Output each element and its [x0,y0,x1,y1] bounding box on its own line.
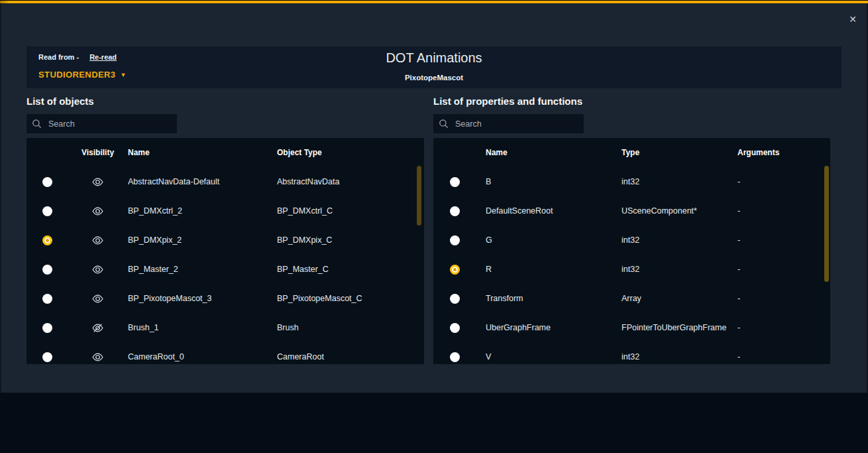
visibility-on-icon [92,178,103,186]
table-row[interactable]: BP_DMXctrl_2 BP_DMXctrl_C [27,196,424,226]
properties-search-input[interactable] [455,119,578,129]
visibility-on-icon [92,207,103,216]
table-row[interactable]: UberGraphFrame FPointerToUberGraphFrame … [433,313,830,342]
property-radio[interactable] [450,265,460,275]
property-name: UberGraphFrame [476,323,612,332]
property-name: DefaultSceneRoot [476,206,612,216]
object-name: CameraRoot_0 [128,352,277,361]
property-name: G [476,235,612,245]
object-radio[interactable] [42,352,52,362]
objects-scrollbar-thumb[interactable] [417,166,421,226]
objects-search-input[interactable] [48,119,172,129]
object-type: Brush [277,323,424,332]
table-row[interactable]: BP_DMXpix_2 BP_DMXpix_C [27,226,424,255]
header-band: Read from -Re-read STUDIORENDER3▼ DOT An… [27,46,841,88]
visibility-on-icon [92,236,103,245]
column-header-name: Name [128,148,277,157]
property-name: Transform [476,294,612,303]
property-arguments: - [728,352,830,361]
object-name: Brush_1 [128,323,277,332]
visibility-on-icon [92,265,103,274]
objects-search-box[interactable] [27,114,177,133]
property-radio[interactable] [450,206,460,216]
properties-scrollbar-thumb[interactable] [824,166,829,282]
object-type: BP_DMXctrl_C [277,206,424,216]
table-row[interactable]: AbstractNavData-Default AbstractNavData [27,167,424,196]
table-row[interactable]: Brush_1 Brush [27,313,424,342]
properties-search-box[interactable] [433,114,584,133]
property-type: int32 [612,265,728,274]
property-arguments: - [728,206,830,216]
object-radio[interactable] [42,323,52,333]
object-name: BP_DMXctrl_2 [128,206,277,216]
object-radio[interactable] [42,177,52,187]
object-name: AbstractNavData-Default [128,177,277,186]
table-row[interactable]: BP_Master_2 BP_Master_C [27,255,424,284]
property-type: FPointerToUberGraphFrame [612,323,728,332]
object-type: BP_DMXpix_C [277,235,424,245]
property-type: int32 [612,235,728,245]
properties-panel-heading: List of properties and functions [433,96,582,107]
object-type: BP_Master_C [277,265,424,274]
property-type: int32 [612,352,728,361]
property-type: int32 [612,177,728,186]
table-row[interactable]: CameraRoot_0 CameraRoot [27,342,424,364]
dialog-title: DOT Animations [27,50,841,66]
visibility-on-icon [92,294,103,303]
table-row[interactable]: G int32 - [433,226,830,255]
property-type: Array [612,294,728,303]
table-row[interactable]: B int32 - [433,167,830,196]
object-type: AbstractNavData [277,177,424,186]
column-header-name: Name [476,148,612,157]
objects-table: Visibility Name Object Type [27,138,424,364]
object-name: BP_DMXpix_2 [128,235,277,245]
property-arguments: - [728,294,830,303]
column-header-visibility: Visibility [81,148,114,157]
object-radio[interactable] [42,265,52,275]
properties-table: Name Type Arguments B int32 - DefaultSce… [433,138,830,364]
property-name: B [476,177,612,186]
property-radio[interactable] [450,352,460,362]
search-icon [32,119,42,129]
table-row[interactable]: DefaultSceneRoot USceneComponent* - [433,196,830,226]
accent-bar [0,1,868,3]
object-type: BP_PixotopeMascot_C [277,294,424,303]
object-radio[interactable] [42,294,52,304]
dot-animations-dialog: ✕ Read from -Re-read STUDIORENDER3▼ DOT … [0,0,868,453]
close-icon[interactable]: ✕ [846,13,859,26]
table-row[interactable]: V int32 - [433,342,830,364]
object-radio[interactable] [42,206,52,216]
object-type: CameraRoot [277,352,424,361]
property-arguments: - [728,177,830,186]
visibility-off-icon [92,324,103,332]
column-header-object-type: Object Type [277,148,424,157]
property-radio[interactable] [450,235,460,245]
property-radio[interactable] [450,323,460,333]
property-radio[interactable] [450,177,460,187]
dialog-subtitle: PixotopeMascot [27,74,841,82]
table-row[interactable]: R int32 - [433,255,830,284]
property-name: V [476,352,612,361]
column-header-arguments: Arguments [728,148,830,157]
properties-table-header: Name Type Arguments [433,138,830,167]
property-type: USceneComponent* [612,206,728,216]
footer-bar: Cancel Select [0,393,868,453]
property-arguments: - [728,265,830,274]
visibility-on-icon [92,353,103,361]
object-radio[interactable] [42,235,52,245]
objects-table-header: Visibility Name Object Type [27,138,424,167]
table-row[interactable]: Transform Array - [433,284,830,313]
search-icon [439,119,449,129]
property-radio[interactable] [450,294,460,304]
object-name: BP_PixotopeMascot_3 [128,294,277,303]
property-name: R [476,265,612,274]
table-row[interactable]: BP_PixotopeMascot_3 BP_PixotopeMascot_C [27,284,424,313]
column-header-type: Type [612,148,728,157]
object-name: BP_Master_2 [128,265,277,274]
property-arguments: - [728,323,830,332]
property-arguments: - [728,235,830,245]
objects-panel-heading: List of objects [27,96,94,107]
